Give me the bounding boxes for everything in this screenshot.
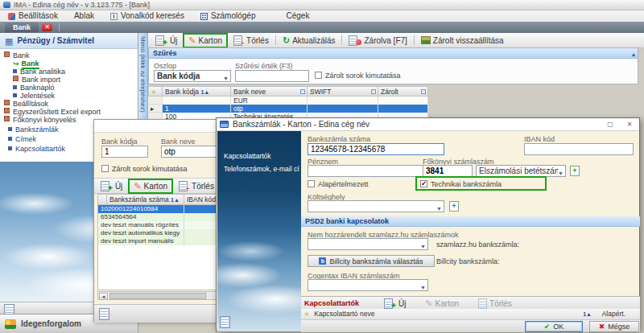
contact-karton-button[interactable]: ✎Karton bbox=[421, 298, 463, 310]
fokonyvi-tipus-select[interactable]: Elszámolási betétszámla▼ bbox=[476, 165, 566, 177]
iban-label: IBAN kód bbox=[524, 135, 555, 143]
table-cell-selected[interactable] bbox=[308, 105, 378, 113]
col-bankszamla-szama[interactable]: Bankszámla száma 1▲ bbox=[107, 194, 184, 205]
sidebar-item-kapcsolattartok[interactable]: Kapcsolattartók bbox=[224, 152, 299, 160]
ok-button[interactable]: ✔OK bbox=[525, 321, 583, 332]
nav-item-kapcsolattartok[interactable]: Kapcsolattartók bbox=[8, 145, 65, 153]
refresh-button[interactable]: ↻Aktualizálás bbox=[279, 35, 340, 47]
sidebar-item-telefonszamok[interactable]: Telefonszámok, e-mail címek bbox=[224, 165, 299, 173]
col-zarolt[interactable]: Zárolt bbox=[378, 86, 428, 97]
show-locked-checkbox[interactable] bbox=[315, 72, 322, 79]
nav-item-bank-root[interactable]: Bank bbox=[4, 51, 30, 60]
add-koltseghely-icon[interactable]: + bbox=[449, 201, 459, 212]
filter-icon[interactable] bbox=[371, 89, 376, 94]
bankszamla-szama-input[interactable] bbox=[308, 143, 444, 155]
menu-beallitasok[interactable]: Beállítások bbox=[0, 10, 66, 22]
table-cell-selected[interactable]: 1 bbox=[163, 105, 231, 113]
nav-item-beallitasok[interactable]: Beállítások bbox=[4, 100, 48, 108]
account-row[interactable]: dev teszt manuális rögzítés bbox=[98, 221, 184, 229]
nav-item-bank[interactable]: ↪Bank bbox=[13, 60, 39, 68]
menu-cegek[interactable]: Cégek bbox=[278, 10, 317, 22]
chevron-down-icon: ▼ bbox=[223, 73, 229, 82]
table-cell-selected[interactable] bbox=[378, 105, 428, 113]
scroll-left-icon[interactable]: ◄ bbox=[99, 293, 108, 300]
billcity-icon: b bbox=[319, 257, 326, 265]
filter-icon[interactable] bbox=[421, 89, 426, 94]
lock-button[interactable]: Zárolva [F7] bbox=[345, 34, 411, 47]
cogentax-select[interactable]: ▼ bbox=[308, 279, 428, 291]
add-account-icon[interactable]: + bbox=[570, 166, 580, 176]
unlock-restore-button[interactable]: Zárolt visszaállítása bbox=[417, 35, 508, 46]
szamlazz-select[interactable]: ▼ bbox=[308, 238, 428, 250]
fokonyvi-input[interactable] bbox=[423, 165, 473, 177]
column-select[interactable]: Bank kódja▼ bbox=[154, 70, 231, 82]
app-window: IMA - Edina cég név - v 3.123.775 - [Ban… bbox=[0, 0, 644, 333]
dialog1-delete-button[interactable]: −Törlés bbox=[175, 180, 218, 192]
footer-page-icon[interactable] bbox=[99, 308, 109, 320]
zarolt-sorok-checkbox[interactable] bbox=[101, 165, 109, 172]
scroll-thumb[interactable] bbox=[109, 293, 206, 299]
filter-value-input[interactable] bbox=[235, 70, 309, 82]
table-cell[interactable] bbox=[378, 97, 428, 105]
new-button[interactable]: ✚Új bbox=[151, 34, 181, 47]
toolbar-separator bbox=[275, 35, 276, 45]
filter-icon[interactable] bbox=[300, 89, 305, 94]
nav-item-fokonyvi[interactable]: Főkönyvi könyvelés bbox=[4, 116, 76, 124]
dialog1-karton-button[interactable]: ✎Karton bbox=[130, 180, 171, 192]
iban-input[interactable] bbox=[524, 143, 634, 155]
menu-vonalkod[interactable]: Vonalkód keresés bbox=[102, 10, 192, 22]
nav-item-bankszamlak[interactable]: Bankszámlák bbox=[8, 125, 59, 134]
col-bank-kodja[interactable]: Bank kódja 1▲ bbox=[163, 86, 231, 97]
filter-header: Szűrés ▴ bbox=[149, 48, 638, 59]
contact-delete-button[interactable]: Törlés bbox=[474, 298, 516, 310]
settings-icon bbox=[8, 13, 15, 20]
nav-item-bank-analitika[interactable]: Bank analitika bbox=[13, 68, 65, 76]
koltseghely-select[interactable]: ▼ bbox=[308, 200, 444, 212]
sidebar-corner-icon[interactable] bbox=[220, 316, 230, 328]
account-row[interactable]: dev teszt import manuális bbox=[98, 237, 184, 245]
contact-new-button[interactable]: ✚Új bbox=[380, 297, 410, 310]
menu-szamologep[interactable]: Számológép bbox=[192, 10, 264, 22]
tab-bank[interactable]: Bank bbox=[5, 23, 39, 32]
table-cell[interactable] bbox=[163, 97, 231, 105]
account-row[interactable]: dev teszt automatikus kiegy bbox=[98, 229, 184, 237]
delete-button[interactable]: −Törlés bbox=[229, 35, 273, 47]
nav-item-cimek[interactable]: Címek bbox=[8, 135, 36, 143]
x-icon: ✖ bbox=[599, 323, 605, 331]
nav-item-banknaplo[interactable]: Banknapló bbox=[13, 84, 55, 92]
karton-button[interactable]: ✎Karton bbox=[184, 35, 226, 47]
col-kapcsolattarto-neve[interactable]: Kapcsolattartó neve bbox=[314, 310, 374, 318]
plus-badge-icon: ✚ bbox=[391, 302, 396, 309]
dialog1-new-button[interactable]: ✚Új bbox=[97, 179, 126, 192]
table-cell[interactable]: EUR bbox=[231, 97, 308, 105]
table-cell-selected[interactable]: otp bbox=[231, 105, 308, 113]
account-row[interactable]: 6534564564 bbox=[98, 213, 184, 221]
bank-kodja-label: Bank kódja bbox=[101, 138, 138, 146]
bank-kodja-input[interactable] bbox=[101, 146, 148, 158]
alapertelmezett-checkbox[interactable] bbox=[308, 180, 315, 187]
bank-neve-label: Bank neve bbox=[161, 138, 196, 146]
collapse-icon[interactable]: ▴ bbox=[632, 49, 635, 60]
toolbar-separator bbox=[414, 35, 415, 45]
marker-icon: ✳ bbox=[151, 89, 156, 95]
account-row-selected[interactable]: 1020001224010584 bbox=[98, 205, 184, 213]
pencil-icon: ✎ bbox=[188, 35, 196, 46]
col-swift[interactable]: SWIFT bbox=[308, 86, 378, 97]
dialog2-titlebar[interactable]: Bankszámlák - Karton - Edina cég név ▢ ✕ bbox=[217, 118, 639, 131]
row-marker-header bbox=[97, 194, 107, 205]
col-bank-neve[interactable]: Bank neve bbox=[231, 86, 308, 97]
maximize-icon[interactable]: ▢ bbox=[605, 121, 615, 129]
table-cell[interactable] bbox=[308, 97, 378, 105]
refresh-icon: ↻ bbox=[283, 35, 290, 46]
tab-close-icon[interactable]: ✕ bbox=[42, 23, 52, 31]
close-icon[interactable]: ✕ bbox=[625, 121, 634, 129]
nav-item-bank-import[interactable]: Bank import bbox=[13, 76, 60, 84]
technikai-checkbox[interactable]: ✔ bbox=[420, 180, 427, 187]
menu-ablak[interactable]: Ablak bbox=[66, 10, 102, 22]
nav-item-excel-export[interactable]: Egyszerűsített Excel export bbox=[4, 108, 101, 116]
billcity-select-button[interactable]: bBillcity bankszámla választás bbox=[308, 255, 435, 267]
dialog-icon bbox=[220, 121, 229, 128]
nav-item-jelentesek[interactable]: Jelentések bbox=[13, 92, 55, 100]
col-alapert[interactable]: Alapért. bbox=[602, 309, 625, 319]
cancel-button[interactable]: ✖Mégse bbox=[589, 321, 639, 332]
